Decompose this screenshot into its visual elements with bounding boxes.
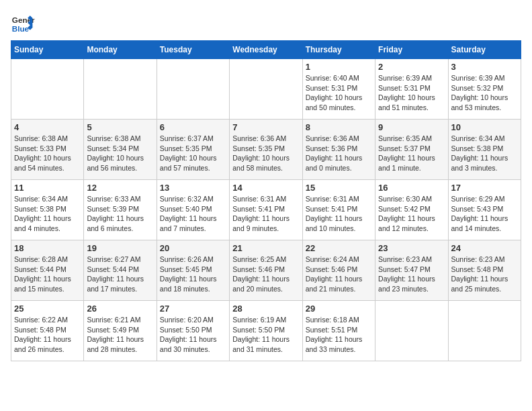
weekday-header: Saturday: [448, 41, 521, 59]
calendar-cell: 20Sunrise: 6:26 AM Sunset: 5:45 PM Dayli…: [157, 240, 229, 301]
calendar-week-row: 4Sunrise: 6:38 AM Sunset: 5:33 PM Daylig…: [11, 120, 521, 180]
day-info: Sunrise: 6:29 AM Sunset: 5:43 PM Dayligh…: [451, 194, 518, 234]
day-number: 27: [160, 304, 226, 314]
day-number: 22: [306, 243, 372, 253]
calendar-cell: 21Sunrise: 6:25 AM Sunset: 5:46 PM Dayli…: [230, 240, 302, 301]
calendar-cell: 11Sunrise: 6:34 AM Sunset: 5:38 PM Dayli…: [11, 180, 84, 240]
day-info: Sunrise: 6:22 AM Sunset: 5:48 PM Dayligh…: [14, 315, 81, 355]
calendar-week-row: 11Sunrise: 6:34 AM Sunset: 5:38 PM Dayli…: [11, 180, 521, 240]
day-number: 2: [378, 62, 445, 72]
calendar-header: SundayMondayTuesdayWednesdayThursdayFrid…: [11, 41, 521, 59]
svg-text:Blue: Blue: [12, 24, 30, 33]
weekday-header: Friday: [375, 41, 448, 59]
calendar-cell: 7Sunrise: 6:36 AM Sunset: 5:35 PM Daylig…: [230, 120, 302, 180]
calendar-cell: 4Sunrise: 6:38 AM Sunset: 5:33 PM Daylig…: [11, 120, 84, 180]
day-number: 11: [14, 183, 81, 193]
weekday-header: Thursday: [302, 41, 375, 59]
calendar-cell: 6Sunrise: 6:37 AM Sunset: 5:35 PM Daylig…: [157, 120, 229, 180]
day-info: Sunrise: 6:32 AM Sunset: 5:40 PM Dayligh…: [160, 194, 226, 234]
day-info: Sunrise: 6:30 AM Sunset: 5:42 PM Dayligh…: [378, 194, 445, 234]
calendar-cell: 24Sunrise: 6:23 AM Sunset: 5:48 PM Dayli…: [448, 240, 521, 301]
day-number: 16: [378, 183, 445, 193]
weekday-header: Sunday: [11, 41, 84, 59]
day-info: Sunrise: 6:39 AM Sunset: 5:31 PM Dayligh…: [378, 73, 445, 113]
calendar-cell: 26Sunrise: 6:21 AM Sunset: 5:49 PM Dayli…: [84, 301, 157, 361]
day-info: Sunrise: 6:31 AM Sunset: 5:41 PM Dayligh…: [232, 194, 299, 234]
day-number: 13: [160, 183, 226, 193]
day-info: Sunrise: 6:25 AM Sunset: 5:46 PM Dayligh…: [232, 255, 299, 294]
day-info: Sunrise: 6:20 AM Sunset: 5:50 PM Dayligh…: [160, 315, 226, 355]
calendar-cell: 1Sunrise: 6:40 AM Sunset: 5:31 PM Daylig…: [302, 59, 375, 120]
calendar-cell: 17Sunrise: 6:29 AM Sunset: 5:43 PM Dayli…: [448, 180, 521, 240]
calendar-cell: 16Sunrise: 6:30 AM Sunset: 5:42 PM Dayli…: [375, 180, 448, 240]
calendar-cell: 12Sunrise: 6:33 AM Sunset: 5:39 PM Dayli…: [84, 180, 157, 240]
calendar-cell: [84, 59, 157, 120]
day-info: Sunrise: 6:26 AM Sunset: 5:45 PM Dayligh…: [160, 255, 226, 294]
calendar-cell: 27Sunrise: 6:20 AM Sunset: 5:50 PM Dayli…: [157, 301, 229, 361]
day-info: Sunrise: 6:34 AM Sunset: 5:38 PM Dayligh…: [14, 194, 81, 234]
day-info: Sunrise: 6:36 AM Sunset: 5:36 PM Dayligh…: [306, 134, 372, 173]
calendar-cell: 13Sunrise: 6:32 AM Sunset: 5:40 PM Dayli…: [157, 180, 229, 240]
calendar-cell: [157, 59, 229, 120]
day-info: Sunrise: 6:37 AM Sunset: 5:35 PM Dayligh…: [160, 134, 226, 173]
day-info: Sunrise: 6:36 AM Sunset: 5:35 PM Dayligh…: [232, 134, 299, 173]
logo-icon: General Blue: [11, 11, 35, 35]
day-number: 1: [306, 62, 372, 72]
day-number: 10: [451, 122, 518, 132]
day-number: 6: [160, 122, 226, 132]
weekday-header: Wednesday: [230, 41, 302, 59]
day-number: 20: [160, 243, 226, 253]
day-info: Sunrise: 6:39 AM Sunset: 5:32 PM Dayligh…: [451, 73, 518, 113]
day-info: Sunrise: 6:18 AM Sunset: 5:51 PM Dayligh…: [306, 315, 372, 355]
calendar-cell: 22Sunrise: 6:24 AM Sunset: 5:46 PM Dayli…: [302, 240, 375, 301]
day-number: 15: [306, 183, 372, 193]
calendar-cell: 23Sunrise: 6:23 AM Sunset: 5:47 PM Dayli…: [375, 240, 448, 301]
weekday-header: Monday: [84, 41, 157, 59]
calendar-week-row: 25Sunrise: 6:22 AM Sunset: 5:48 PM Dayli…: [11, 301, 521, 361]
day-info: Sunrise: 6:38 AM Sunset: 5:34 PM Dayligh…: [87, 134, 153, 173]
calendar-body: 1Sunrise: 6:40 AM Sunset: 5:31 PM Daylig…: [11, 59, 521, 361]
day-info: Sunrise: 6:34 AM Sunset: 5:38 PM Dayligh…: [451, 134, 518, 173]
calendar-cell: 25Sunrise: 6:22 AM Sunset: 5:48 PM Dayli…: [11, 301, 84, 361]
header: General Blue: [11, 11, 521, 35]
logo: General Blue: [11, 11, 35, 35]
weekday-row: SundayMondayTuesdayWednesdayThursdayFrid…: [11, 41, 521, 59]
day-info: Sunrise: 6:27 AM Sunset: 5:44 PM Dayligh…: [87, 255, 153, 294]
calendar-week-row: 18Sunrise: 6:28 AM Sunset: 5:44 PM Dayli…: [11, 240, 521, 301]
day-number: 7: [232, 122, 299, 132]
calendar-cell: [230, 59, 302, 120]
day-info: Sunrise: 6:24 AM Sunset: 5:46 PM Dayligh…: [306, 255, 372, 294]
day-number: 23: [378, 243, 445, 253]
day-info: Sunrise: 6:33 AM Sunset: 5:39 PM Dayligh…: [87, 194, 153, 234]
calendar-cell: 3Sunrise: 6:39 AM Sunset: 5:32 PM Daylig…: [448, 59, 521, 120]
calendar-cell: 29Sunrise: 6:18 AM Sunset: 5:51 PM Dayli…: [302, 301, 375, 361]
day-info: Sunrise: 6:38 AM Sunset: 5:33 PM Dayligh…: [14, 134, 81, 173]
calendar-cell: 19Sunrise: 6:27 AM Sunset: 5:44 PM Dayli…: [84, 240, 157, 301]
calendar-cell: [448, 301, 521, 361]
calendar-cell: 8Sunrise: 6:36 AM Sunset: 5:36 PM Daylig…: [302, 120, 375, 180]
day-info: Sunrise: 6:28 AM Sunset: 5:44 PM Dayligh…: [14, 255, 81, 294]
calendar-cell: 18Sunrise: 6:28 AM Sunset: 5:44 PM Dayli…: [11, 240, 84, 301]
day-number: 24: [451, 243, 518, 253]
day-info: Sunrise: 6:23 AM Sunset: 5:47 PM Dayligh…: [378, 255, 445, 294]
day-number: 25: [14, 304, 81, 314]
day-number: 5: [87, 122, 153, 132]
day-info: Sunrise: 6:31 AM Sunset: 5:41 PM Dayligh…: [306, 194, 372, 234]
day-number: 17: [451, 183, 518, 193]
day-number: 12: [87, 183, 153, 193]
calendar-cell: 28Sunrise: 6:19 AM Sunset: 5:50 PM Dayli…: [230, 301, 302, 361]
day-number: 8: [306, 122, 372, 132]
calendar-cell: 5Sunrise: 6:38 AM Sunset: 5:34 PM Daylig…: [84, 120, 157, 180]
day-info: Sunrise: 6:23 AM Sunset: 5:48 PM Dayligh…: [451, 255, 518, 294]
calendar-week-row: 1Sunrise: 6:40 AM Sunset: 5:31 PM Daylig…: [11, 59, 521, 120]
day-number: 9: [378, 122, 445, 132]
day-number: 21: [232, 243, 299, 253]
day-number: 28: [232, 304, 299, 314]
day-number: 14: [232, 183, 299, 193]
day-number: 29: [306, 304, 372, 314]
weekday-header: Tuesday: [157, 41, 229, 59]
calendar-cell: [375, 301, 448, 361]
day-info: Sunrise: 6:40 AM Sunset: 5:31 PM Dayligh…: [306, 73, 372, 113]
day-number: 3: [451, 62, 518, 72]
day-number: 26: [87, 304, 153, 314]
